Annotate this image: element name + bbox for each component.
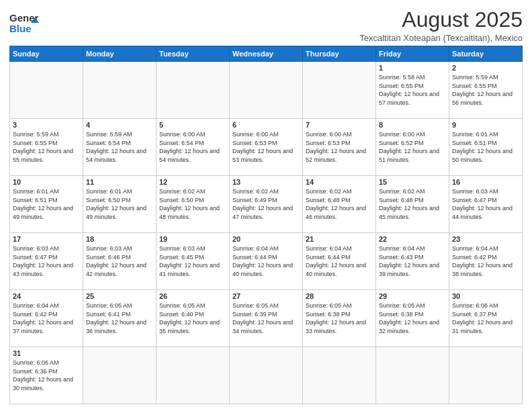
calendar-cell: 21Sunrise: 6:04 AMSunset: 6:44 PMDayligh… bbox=[303, 233, 376, 290]
day-info: Sunrise: 5:59 AMSunset: 6:55 PMDaylight:… bbox=[452, 73, 519, 107]
calendar-cell: 7Sunrise: 6:00 AMSunset: 6:53 PMDaylight… bbox=[303, 119, 376, 176]
header-monday: Monday bbox=[83, 46, 157, 62]
day-number: 4 bbox=[86, 121, 153, 129]
day-number: 6 bbox=[232, 121, 300, 129]
day-number: 30 bbox=[452, 292, 519, 300]
header-thursday: Thursday bbox=[303, 46, 376, 62]
day-info: Sunrise: 6:04 AMSunset: 6:44 PMDaylight:… bbox=[232, 244, 300, 278]
day-info: Sunrise: 6:01 AMSunset: 6:51 PMDaylight:… bbox=[452, 130, 519, 164]
calendar-cell: 1Sunrise: 5:58 AMSunset: 6:55 PMDaylight… bbox=[376, 62, 449, 119]
calendar-cell bbox=[157, 347, 230, 404]
day-info: Sunrise: 6:02 AMSunset: 6:48 PMDaylight:… bbox=[306, 187, 373, 221]
calendar-cell: 15Sunrise: 6:02 AMSunset: 6:48 PMDayligh… bbox=[376, 176, 449, 233]
calendar-cell bbox=[10, 62, 83, 119]
day-info: Sunrise: 6:00 AMSunset: 6:53 PMDaylight:… bbox=[232, 130, 300, 164]
day-number: 24 bbox=[13, 292, 80, 300]
calendar-cell bbox=[157, 62, 230, 119]
calendar-cell bbox=[303, 62, 376, 119]
day-number: 3 bbox=[13, 121, 80, 129]
day-info: Sunrise: 6:01 AMSunset: 6:50 PMDaylight:… bbox=[86, 187, 153, 221]
day-number: 18 bbox=[86, 235, 153, 243]
calendar-cell: 22Sunrise: 6:04 AMSunset: 6:43 PMDayligh… bbox=[376, 233, 449, 290]
day-info: Sunrise: 6:04 AMSunset: 6:44 PMDaylight:… bbox=[306, 244, 373, 278]
day-number: 1 bbox=[379, 64, 446, 72]
calendar-cell bbox=[83, 62, 157, 119]
header-tuesday: Tuesday bbox=[157, 46, 230, 62]
calendar-cell bbox=[449, 347, 523, 404]
day-number: 5 bbox=[159, 121, 226, 129]
calendar-cell: 26Sunrise: 6:05 AMSunset: 6:40 PMDayligh… bbox=[157, 290, 230, 347]
day-info: Sunrise: 6:05 AMSunset: 6:40 PMDaylight:… bbox=[159, 302, 226, 335]
calendar-cell: 6Sunrise: 6:00 AMSunset: 6:53 PMDaylight… bbox=[230, 119, 303, 176]
calendar-cell: 13Sunrise: 6:02 AMSunset: 6:49 PMDayligh… bbox=[230, 176, 303, 233]
calendar-cell: 23Sunrise: 6:04 AMSunset: 6:42 PMDayligh… bbox=[449, 233, 523, 290]
svg-text:Blue: Blue bbox=[9, 23, 32, 34]
day-info: Sunrise: 5:59 AMSunset: 6:54 PMDaylight:… bbox=[86, 130, 153, 164]
day-info: Sunrise: 6:03 AMSunset: 6:46 PMDaylight:… bbox=[86, 244, 153, 278]
day-info: Sunrise: 6:04 AMSunset: 6:42 PMDaylight:… bbox=[13, 302, 80, 335]
header-wednesday: Wednesday bbox=[230, 46, 303, 62]
calendar-cell: 20Sunrise: 6:04 AMSunset: 6:44 PMDayligh… bbox=[230, 233, 303, 290]
day-number: 9 bbox=[452, 121, 519, 129]
day-number: 27 bbox=[232, 292, 300, 300]
day-number: 31 bbox=[13, 349, 80, 357]
day-number: 26 bbox=[159, 292, 226, 300]
day-info: Sunrise: 5:59 AMSunset: 6:55 PMDaylight:… bbox=[13, 130, 80, 164]
calendar-cell bbox=[230, 62, 303, 119]
calendar-table: Sunday Monday Tuesday Wednesday Thursday… bbox=[9, 46, 523, 404]
day-info: Sunrise: 6:03 AMSunset: 6:47 PMDaylight:… bbox=[13, 244, 80, 278]
day-number: 28 bbox=[306, 292, 373, 300]
day-number: 25 bbox=[86, 292, 153, 300]
calendar-cell: 3Sunrise: 5:59 AMSunset: 6:55 PMDaylight… bbox=[10, 119, 83, 176]
calendar-cell: 27Sunrise: 6:05 AMSunset: 6:39 PMDayligh… bbox=[230, 290, 303, 347]
day-number: 8 bbox=[379, 121, 446, 129]
calendar-cell bbox=[83, 347, 157, 404]
day-number: 7 bbox=[306, 121, 373, 129]
calendar-cell: 9Sunrise: 6:01 AMSunset: 6:51 PMDaylight… bbox=[449, 119, 523, 176]
day-number: 22 bbox=[379, 235, 446, 243]
day-info: Sunrise: 6:00 AMSunset: 6:53 PMDaylight:… bbox=[306, 130, 373, 164]
day-info: Sunrise: 6:03 AMSunset: 6:47 PMDaylight:… bbox=[452, 187, 519, 221]
day-info: Sunrise: 6:05 AMSunset: 6:39 PMDaylight:… bbox=[232, 302, 300, 335]
day-info: Sunrise: 6:05 AMSunset: 6:41 PMDaylight:… bbox=[86, 302, 153, 335]
calendar-cell: 19Sunrise: 6:03 AMSunset: 6:45 PMDayligh… bbox=[157, 233, 230, 290]
calendar-cell: 17Sunrise: 6:03 AMSunset: 6:47 PMDayligh… bbox=[10, 233, 83, 290]
calendar-cell: 28Sunrise: 6:05 AMSunset: 6:38 PMDayligh… bbox=[303, 290, 376, 347]
calendar-cell: 14Sunrise: 6:02 AMSunset: 6:48 PMDayligh… bbox=[303, 176, 376, 233]
day-number: 2 bbox=[452, 64, 519, 72]
day-info: Sunrise: 6:03 AMSunset: 6:45 PMDaylight:… bbox=[159, 244, 226, 278]
calendar-cell: 18Sunrise: 6:03 AMSunset: 6:46 PMDayligh… bbox=[83, 233, 157, 290]
calendar-cell bbox=[303, 347, 376, 404]
day-info: Sunrise: 6:00 AMSunset: 6:54 PMDaylight:… bbox=[159, 130, 226, 164]
logo-area: General Blue bbox=[9, 8, 39, 38]
day-info: Sunrise: 6:02 AMSunset: 6:49 PMDaylight:… bbox=[232, 187, 300, 221]
calendar-cell: 8Sunrise: 6:00 AMSunset: 6:52 PMDaylight… bbox=[376, 119, 449, 176]
day-number: 13 bbox=[232, 178, 300, 186]
calendar-cell bbox=[230, 347, 303, 404]
calendar-cell: 25Sunrise: 6:05 AMSunset: 6:41 PMDayligh… bbox=[83, 290, 157, 347]
calendar-cell: 11Sunrise: 6:01 AMSunset: 6:50 PMDayligh… bbox=[83, 176, 157, 233]
day-info: Sunrise: 6:00 AMSunset: 6:52 PMDaylight:… bbox=[379, 130, 446, 164]
title-area: August 2025 Texcaltitan Xoteapan (Texcal… bbox=[359, 8, 523, 43]
day-number: 17 bbox=[13, 235, 80, 243]
day-info: Sunrise: 6:02 AMSunset: 6:50 PMDaylight:… bbox=[159, 187, 226, 221]
calendar-cell: 10Sunrise: 6:01 AMSunset: 6:51 PMDayligh… bbox=[10, 176, 83, 233]
page: General Blue August 2025 Texcaltitan Xot… bbox=[0, 0, 532, 411]
day-number: 29 bbox=[379, 292, 446, 300]
calendar-cell: 31Sunrise: 6:06 AMSunset: 6:36 PMDayligh… bbox=[10, 347, 83, 404]
header-friday: Friday bbox=[376, 46, 449, 62]
day-number: 19 bbox=[159, 235, 226, 243]
subtitle: Texcaltitan Xoteapan (Texcaltitan), Mexi… bbox=[359, 33, 523, 43]
header-saturday: Saturday bbox=[449, 46, 523, 62]
day-number: 20 bbox=[232, 235, 300, 243]
day-info: Sunrise: 5:58 AMSunset: 6:55 PMDaylight:… bbox=[379, 73, 446, 107]
day-info: Sunrise: 6:06 AMSunset: 6:36 PMDaylight:… bbox=[13, 359, 80, 392]
day-number: 16 bbox=[452, 178, 519, 186]
day-info: Sunrise: 6:04 AMSunset: 6:42 PMDaylight:… bbox=[452, 244, 519, 278]
day-info: Sunrise: 6:05 AMSunset: 6:38 PMDaylight:… bbox=[306, 302, 373, 335]
day-number: 14 bbox=[306, 178, 373, 186]
day-number: 10 bbox=[13, 178, 80, 186]
calendar-cell: 2Sunrise: 5:59 AMSunset: 6:55 PMDaylight… bbox=[449, 62, 523, 119]
calendar-cell: 12Sunrise: 6:02 AMSunset: 6:50 PMDayligh… bbox=[157, 176, 230, 233]
day-number: 12 bbox=[159, 178, 226, 186]
